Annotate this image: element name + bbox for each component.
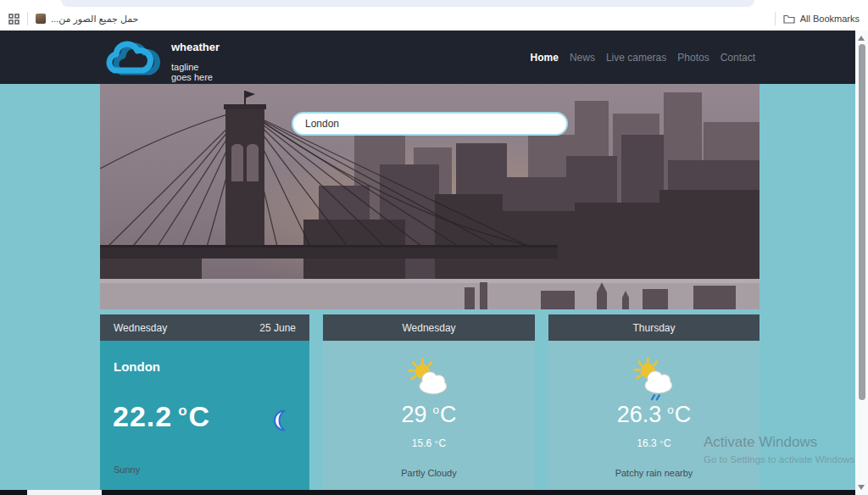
nav-link-news[interactable]: News <box>570 52 595 64</box>
card-temperature: 26.3oC <box>548 402 760 428</box>
page-scrollbar[interactable] <box>855 31 868 495</box>
scroll-up-arrow-icon[interactable] <box>858 36 865 41</box>
card-day: Wednesday <box>114 322 167 334</box>
weather-card-today: Wednesday 25 June London 22.2oC Sunny <box>100 314 309 495</box>
all-bookmarks-button[interactable]: All Bookmarks <box>783 14 860 24</box>
card-header: Thursday <box>548 314 760 341</box>
city-search-input[interactable] <box>292 112 568 136</box>
bookmark-favicon <box>36 14 46 24</box>
nav-link-photos[interactable]: Photos <box>677 52 709 64</box>
nav-link-home[interactable]: Home <box>531 52 559 64</box>
card-header: Wednesday 25 June <box>100 314 309 341</box>
scrollbar-thumb[interactable] <box>859 44 865 400</box>
taskbar-search-sliver <box>27 490 102 495</box>
sun-rain-icon <box>630 356 679 405</box>
card-low-temperature: 15.6oC <box>323 437 535 449</box>
taskbar-strip <box>0 490 855 495</box>
moon-icon <box>269 409 292 432</box>
cloud-icon <box>100 34 166 83</box>
bookmarks-separator-right <box>775 12 776 25</box>
nav-menu: Home News Live cameras Photos Contact <box>531 31 755 84</box>
weather-card-wednesday: Wednesday 29oC 15.6oC <box>323 314 535 495</box>
card-header: Wednesday <box>323 314 535 341</box>
sun-cloud-icon <box>404 356 453 400</box>
scroll-down-arrow-icon[interactable] <box>858 485 865 490</box>
site-title: wheather <box>171 41 220 53</box>
bookmark-item[interactable]: حمل جميع الصور من... <box>36 14 138 25</box>
site-logo[interactable]: wheather tagline goes here <box>100 34 166 84</box>
card-temperature: 22.2oC <box>113 400 210 433</box>
nav-link-contact[interactable]: Contact <box>721 52 755 64</box>
bookmarks-separator <box>27 12 28 25</box>
folder-icon <box>783 14 795 24</box>
browser-chrome: حمل جميع الصور من... All Bookmarks <box>0 0 868 31</box>
bookmarks-bar: حمل جميع الصور من... All Bookmarks <box>0 7 868 31</box>
card-city: London <box>114 359 160 374</box>
card-condition: Sunny <box>114 464 140 475</box>
card-low-temperature: 16.3oC <box>548 437 760 449</box>
card-condition: Partly Cloudy <box>323 468 535 478</box>
card-day: Thursday <box>632 322 675 334</box>
card-date: 25 June <box>259 322 296 334</box>
nav-link-live-cameras[interactable]: Live cameras <box>606 52 666 64</box>
weather-card-thursday: Thursday <box>548 314 760 495</box>
address-bar[interactable] <box>61 0 754 7</box>
apps-grid-icon[interactable] <box>8 14 19 25</box>
site-tagline: tagline goes here <box>171 62 220 82</box>
card-day: Wednesday <box>402 322 455 334</box>
card-temperature: 29oC <box>323 402 535 428</box>
all-bookmarks-label: All Bookmarks <box>800 14 860 24</box>
card-condition: Patchy rain nearby <box>548 468 760 478</box>
bookmark-label: حمل جميع الصور من... <box>51 14 138 25</box>
